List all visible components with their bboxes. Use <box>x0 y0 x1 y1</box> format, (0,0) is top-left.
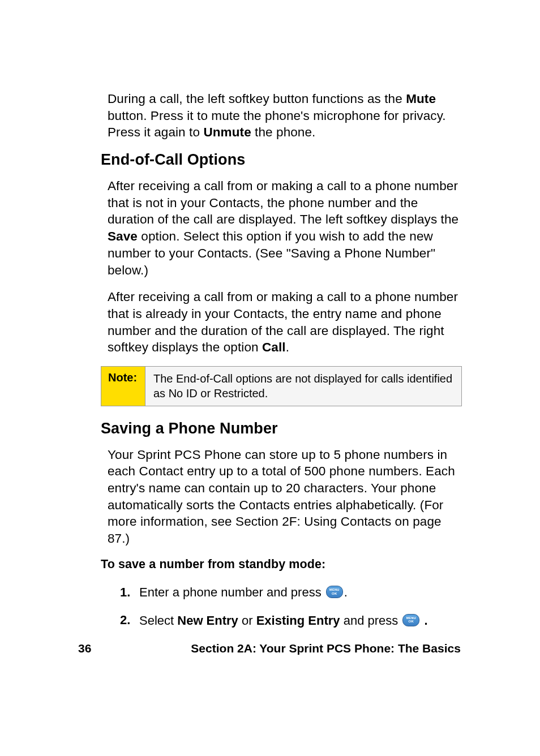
paragraph-storage: Your Sprint PCS Phone can store up to 5 … <box>101 446 462 547</box>
bold-mute: Mute <box>406 92 436 106</box>
key-label-ok: OK <box>409 620 414 623</box>
note-box: Note: The End-of-Call options are not di… <box>101 366 462 406</box>
menu-ok-key-icon: MENUOK <box>402 614 419 626</box>
bold-existing-entry: Existing Entry <box>256 613 340 628</box>
heading-saving-phone: Saving a Phone Number <box>101 420 462 437</box>
key-label-ok: OK <box>332 592 337 595</box>
text: Select <box>139 613 177 628</box>
text: the phone. <box>251 125 316 139</box>
step-text: Select New Entry or Existing Entry and p… <box>139 612 428 629</box>
text: . <box>286 340 289 354</box>
menu-ok-key-icon: MENUOK <box>326 586 343 598</box>
paragraph-call-option: After receiving a call from or making a … <box>101 289 462 356</box>
step-list: 1. Enter a phone number and press MENUOK… <box>101 584 462 629</box>
text: and press <box>340 613 402 628</box>
page-footer: 36 Section 2A: Your Sprint PCS Phone: Th… <box>0 642 540 655</box>
text: . <box>421 613 427 628</box>
step-2: 2. Select New Entry or Existing Entry an… <box>120 612 462 629</box>
bold-call: Call <box>262 340 286 354</box>
note-label: Note: <box>101 367 145 406</box>
text: After receiving a call from or making a … <box>108 179 458 226</box>
bold-save: Save <box>108 229 138 243</box>
heading-end-of-call: End-of-Call Options <box>101 151 462 169</box>
step-number: 1. <box>120 585 137 600</box>
text: Enter a phone number and press <box>139 585 325 599</box>
text: . <box>344 585 348 599</box>
paragraph-save-option: After receiving a call from or making a … <box>101 178 462 278</box>
bold-unmute: Unmute <box>203 125 251 139</box>
footer-section-title: Section 2A: Your Sprint PCS Phone: The B… <box>191 642 460 655</box>
step-1: 1. Enter a phone number and press MENUOK… <box>120 584 462 601</box>
bold-new-entry: New Entry <box>177 613 238 628</box>
step-number: 2. <box>120 613 137 628</box>
text: option. Select this option if you wish t… <box>108 229 435 277</box>
page-content: During a call, the left softkey button f… <box>0 0 540 629</box>
text: or <box>238 613 256 628</box>
instruction-save-number: To save a number from standby mode: <box>101 557 462 572</box>
step-text: Enter a phone number and press MENUOK. <box>139 584 348 601</box>
note-text: The End-of-Call options are not displaye… <box>145 367 461 406</box>
text: During a call, the left softkey button f… <box>108 92 406 106</box>
page-number: 36 <box>78 642 91 655</box>
paragraph-mute: During a call, the left softkey button f… <box>101 91 462 141</box>
